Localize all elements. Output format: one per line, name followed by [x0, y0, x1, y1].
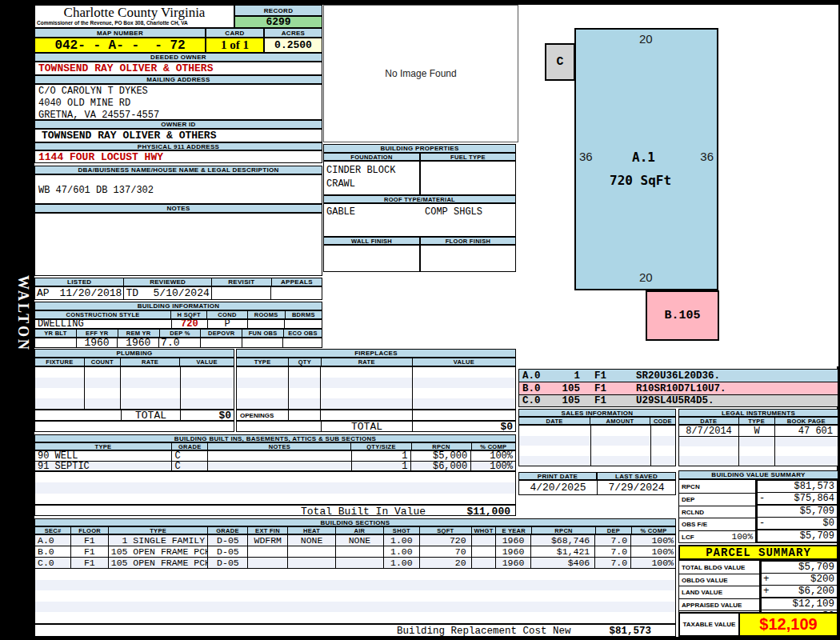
sec-eyear: 1960	[496, 558, 532, 568]
deeded-owner-label: DEEDED OWNER	[34, 53, 322, 62]
code-floor: F1	[580, 370, 628, 382]
fireplaces-openings-row: OPENINGS	[236, 410, 516, 421]
deeded-owner: TOWNSEND RAY OLIVER & OTHERS	[34, 62, 322, 75]
dep-pct-label: DEP %	[159, 329, 201, 338]
parcel-value: $5,709	[774, 562, 837, 573]
built-ins-col-rpcn: RPCN	[411, 442, 471, 450]
sec-comp: 100%	[631, 535, 675, 546]
sketch-dim-top: 20	[639, 32, 653, 46]
last-saved-label: LAST SAVED	[597, 472, 676, 480]
fireplaces-col-value: VALUE	[412, 358, 516, 366]
plumbing-total-row: TOTAL $0	[34, 410, 234, 421]
col-shgt: SHGT	[383, 526, 419, 534]
fireplaces-col-qty: QTY	[288, 358, 320, 366]
empty-row	[519, 446, 675, 456]
built-in-comp: 100%	[471, 451, 515, 461]
empty-row	[35, 472, 515, 482]
code-qty: 105	[553, 383, 580, 394]
parcel-row: APPRAISED VALUE $12,109	[678, 598, 838, 610]
empty-row	[35, 398, 234, 409]
col-grade: GRADE	[207, 526, 247, 534]
parcel-summary-title: PARCEL SUMMARY	[678, 545, 838, 560]
ecoobs-value	[283, 338, 322, 347]
code-floor: F1	[580, 395, 628, 406]
sec-extfin	[248, 546, 288, 557]
built-ins-total-row: Total Built In Value $11,000	[34, 505, 516, 516]
sketch-section-c: C	[545, 43, 575, 81]
dep-pct-value: 7.0	[159, 338, 201, 347]
plumbing-col-fixture: FIXTURE	[34, 358, 84, 366]
sales-col-date: DATE	[518, 417, 590, 425]
empty-row	[35, 602, 675, 613]
built-ins-col-notes: NOTES	[207, 442, 350, 450]
sec-comp: 100%	[631, 558, 675, 568]
col-sqft: SQFT	[419, 526, 471, 534]
ecoobs-label: ECO OBS	[283, 329, 322, 338]
parcel-value-cell: $5,709	[760, 560, 838, 574]
sec-type: 105 OPEN FRAME PCH	[109, 558, 209, 568]
visit-value-row: AP11/20/2018 TD5/10/2024	[34, 286, 322, 300]
sec-heat: NONE	[288, 535, 336, 546]
legal-date: 8/7/2014	[679, 426, 739, 436]
col-extfin: EXT FIN	[247, 526, 287, 534]
parcel-label: APPRAISED VALUE	[678, 598, 760, 610]
legal-col-type: TYPE	[738, 417, 774, 425]
col-whgt: WHGT	[471, 526, 495, 534]
bvs-row: RCLND $5,709	[678, 506, 838, 518]
empty-row	[237, 378, 515, 388]
col-type: TYPE	[108, 526, 207, 534]
sec-heat	[288, 546, 336, 557]
bvs-value-cell: $81,573	[756, 479, 838, 493]
rooms-value	[248, 320, 286, 328]
col-rpcn: RPCN	[531, 526, 595, 534]
owner-id: TOWNSEND RAY OLIVER & OTHERS	[34, 129, 322, 142]
col-heat: HEAT	[287, 526, 335, 534]
bvs-label-cell: LCF 100%	[678, 530, 756, 543]
sketch-code-row: C.0 105 F1 U29SL4U5R4D5.	[518, 394, 838, 407]
yrblt-label: YR BLT	[34, 329, 76, 338]
physical-address: 1144 FOUR LOCUST HWY	[34, 150, 322, 163]
sketch-section-b: B.105	[646, 290, 719, 341]
parcel-label: LAND VALUE	[678, 586, 760, 598]
appeals-value	[271, 287, 322, 299]
plumbing-columns: FIXTURE COUNT RATE VALUE	[34, 358, 234, 366]
notes-box	[34, 213, 322, 276]
table-row: C.0 F1 105 OPEN FRAME PCH D-05 1.00 20 1…	[34, 557, 676, 568]
built-in-rpcn: $6,000	[411, 462, 471, 470]
table-row: 91 SEPTIC C 1 $6,000 100%	[34, 461, 516, 471]
fireplaces-total-label: TOTAL	[321, 422, 413, 431]
parcel-value: $12,109	[774, 598, 837, 610]
funobs-value	[242, 338, 284, 347]
sketch-dim-right: 36	[700, 150, 714, 163]
sec-dep: 7.0	[595, 546, 631, 557]
built-in-type: 90 WELL	[35, 451, 172, 461]
physical-address-label: PHYSICAL 911 ADDRESS	[34, 142, 322, 150]
table-row: 90 WELL C 1 $5,000 100%	[34, 450, 516, 461]
built-in-notes	[208, 462, 351, 470]
col-floor: FLOOR	[70, 526, 108, 534]
parcel-value: $200	[774, 574, 837, 585]
sec-type: 105 OPEN FRAME PCH	[109, 546, 209, 557]
county-header-box: Charlotte County Virginia Commissioner o…	[34, 5, 234, 28]
sketch-code-list: A.0 1 F1 SR20U36L20D36. B.0 105 F1 R10SR…	[518, 369, 838, 407]
parcel-label: OBLDG VALUE	[678, 574, 760, 586]
sec-id: B.0	[35, 546, 71, 557]
revisit-value	[212, 287, 272, 299]
floor-finish-label: FLOOR FINISH	[420, 237, 516, 245]
sketch-section-a: 20 36 36 20 A.1 720 SqFt	[574, 28, 718, 290]
parcel-row: TOTAL BLDG VALUE $5,709	[678, 560, 838, 574]
bvs-value-cell: $5,709	[756, 530, 838, 543]
mailing-address-line: 4040 OLD MINE RD	[38, 98, 322, 110]
county-title: Charlotte County Virginia	[35, 6, 234, 20]
empty-row	[679, 456, 838, 466]
acres-label: ACRES	[264, 28, 322, 38]
sketch-code-row: A.0 1 F1 SR20U36L20D36.	[518, 369, 838, 382]
code-trace: SR20U36L20D36.	[628, 370, 720, 382]
taxable-value-label: TAXABLE VALUE	[678, 612, 740, 637]
legal-book-page: 47 601	[775, 426, 838, 436]
bvs-value-cell: - $0	[756, 518, 838, 530]
empty-row	[237, 367, 515, 378]
sales-title: SALES INFORMATION	[518, 409, 676, 417]
bvs-value: $5,709	[770, 506, 837, 517]
fireplaces-col-type: TYPE	[236, 358, 288, 366]
